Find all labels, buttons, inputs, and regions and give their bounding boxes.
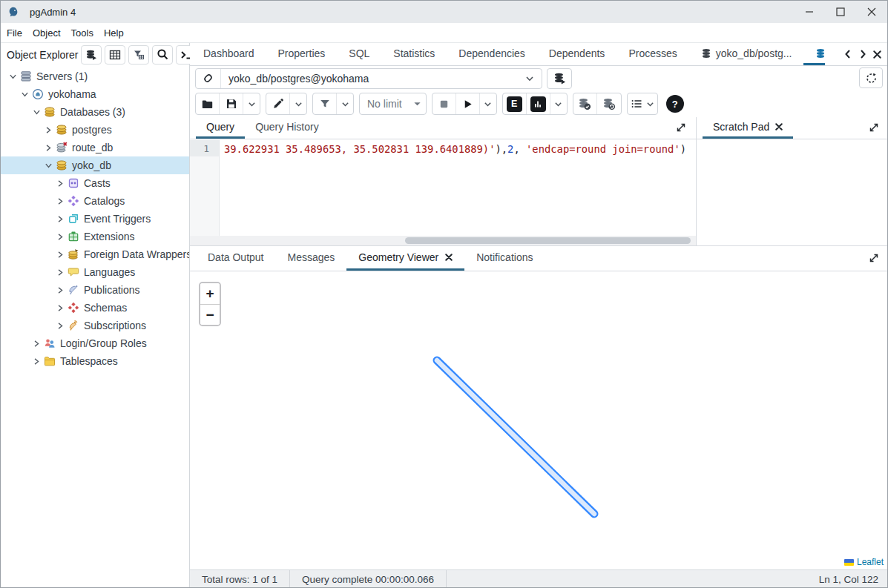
scratch-pad-textarea[interactable] bbox=[697, 139, 888, 245]
tab-properties[interactable]: Properties bbox=[266, 43, 338, 65]
connection-select[interactable]: yoko_db/postgres@yokohama bbox=[195, 68, 542, 89]
tree-item-casts[interactable]: Casts bbox=[1, 174, 189, 192]
open-file-button[interactable] bbox=[196, 93, 220, 114]
save-options-chevron[interactable] bbox=[243, 93, 260, 114]
chevron-right-icon[interactable] bbox=[56, 321, 65, 331]
scroll-tabs-left-icon[interactable] bbox=[842, 48, 854, 60]
tab-scratch-pad[interactable]: Scratch Pad bbox=[703, 117, 793, 139]
tab-geometry-viewer[interactable]: Geometry Viewer bbox=[346, 246, 464, 271]
tree-item-route-db[interactable]: route_db bbox=[1, 139, 189, 156]
edit-options-chevron[interactable] bbox=[290, 93, 306, 114]
tree-item-yokohama[interactable]: yokohama bbox=[1, 85, 189, 103]
tree-item-schemas[interactable]: Schemas bbox=[1, 299, 189, 317]
chevron-right-icon[interactable] bbox=[56, 214, 65, 224]
tab-query-tool-1[interactable]: yoko_db/postg... bbox=[689, 43, 804, 65]
explain-options-chevron[interactable] bbox=[550, 93, 567, 114]
menu-file[interactable]: File bbox=[7, 27, 22, 39]
row-limit-caret-icon[interactable] bbox=[410, 93, 426, 114]
tree-item-login-group-roles[interactable]: Login/Group Roles bbox=[1, 334, 189, 352]
tab-messages[interactable]: Messages bbox=[276, 246, 347, 271]
tab-statistics[interactable]: Statistics bbox=[381, 43, 447, 65]
expand-query-panel-icon[interactable] bbox=[675, 122, 687, 133]
close-scratch-pad-icon[interactable] bbox=[775, 123, 783, 131]
menu-help[interactable]: Help bbox=[104, 27, 124, 39]
zoom-in-button[interactable]: + bbox=[200, 283, 220, 304]
close-tab-icon[interactable] bbox=[872, 49, 883, 60]
scrollbar-thumb[interactable] bbox=[405, 237, 691, 244]
tab-notifications[interactable]: Notifications bbox=[464, 246, 545, 271]
execute-options-chevron[interactable] bbox=[480, 93, 496, 114]
tree-item-servers[interactable]: Servers (1) bbox=[1, 67, 189, 85]
cancel-query-button[interactable] bbox=[433, 93, 456, 114]
tree-item-postgres[interactable]: postgres bbox=[1, 121, 189, 139]
tab-data-output[interactable]: Data Output bbox=[196, 246, 276, 271]
tree-item-event-triggers[interactable]: Event Triggers bbox=[1, 210, 189, 228]
menu-object[interactable]: Object bbox=[33, 27, 61, 39]
geometry-viewer-map[interactable]: + − Leaflet bbox=[190, 272, 888, 570]
help-button[interactable]: ? bbox=[663, 93, 687, 115]
chevron-down-icon[interactable] bbox=[20, 90, 30, 99]
expand-scratch-pad-icon[interactable] bbox=[868, 122, 880, 133]
row-limit-select[interactable]: No limit bbox=[360, 93, 410, 114]
close-window-button[interactable] bbox=[856, 1, 887, 23]
output-panel: Data Output Messages Geometry Viewer Not… bbox=[190, 245, 888, 569]
chevron-right-icon[interactable] bbox=[56, 268, 65, 277]
chevron-right-icon[interactable] bbox=[32, 339, 42, 348]
tree-item-yoko-db[interactable]: yoko_db bbox=[1, 156, 189, 174]
tree-item-subscriptions[interactable]: Subscriptions bbox=[1, 317, 189, 334]
tree-item-foreign-data-wrappers[interactable]: Foreign Data Wrappers bbox=[1, 245, 189, 263]
tree-item-languages[interactable]: Languages bbox=[1, 263, 189, 281]
filter-options-chevron[interactable] bbox=[337, 93, 353, 114]
leaflet-link[interactable]: Leaflet bbox=[857, 557, 884, 567]
chevron-right-icon[interactable] bbox=[56, 232, 65, 242]
chevron-right-icon[interactable] bbox=[32, 357, 42, 366]
chevron-down-icon[interactable] bbox=[44, 161, 53, 171]
tab-query[interactable]: Query bbox=[196, 117, 245, 139]
filtered-rows-button[interactable] bbox=[128, 45, 149, 65]
explain-analyze-button[interactable] bbox=[527, 93, 550, 114]
minimize-button[interactable] bbox=[794, 1, 825, 23]
tab-dependents[interactable]: Dependents bbox=[537, 43, 617, 65]
tree-item-tablespaces[interactable]: Tablespaces bbox=[1, 352, 189, 370]
maximize-button[interactable] bbox=[825, 1, 856, 23]
chevron-down-icon[interactable] bbox=[8, 72, 18, 82]
macros-button[interactable] bbox=[628, 93, 657, 114]
chevron-right-icon[interactable] bbox=[44, 125, 53, 135]
editor-horizontal-scrollbar[interactable] bbox=[190, 236, 696, 245]
scroll-tabs-right-icon[interactable] bbox=[857, 48, 869, 60]
tree-item-catalogs[interactable]: Catalogs bbox=[1, 192, 189, 210]
tree-item-publications[interactable]: Publications bbox=[1, 281, 189, 299]
tree-item-databases[interactable]: Databases (3) bbox=[1, 103, 189, 121]
search-objects-button[interactable] bbox=[152, 45, 173, 65]
chevron-right-icon[interactable] bbox=[56, 285, 65, 295]
close-geometry-viewer-icon[interactable] bbox=[445, 254, 453, 261]
chevron-right-icon[interactable] bbox=[44, 143, 53, 153]
filter-button[interactable] bbox=[313, 93, 337, 114]
view-data-button[interactable] bbox=[105, 45, 125, 65]
tab-sql[interactable]: SQL bbox=[337, 43, 381, 65]
chevron-down-icon[interactable] bbox=[32, 108, 42, 117]
chevron-right-icon[interactable] bbox=[56, 196, 65, 206]
sql-code-area[interactable]: 39.622931 35.489653, 35.502831 139.64018… bbox=[220, 140, 696, 236]
zoom-out-button[interactable]: − bbox=[200, 304, 220, 325]
chevron-right-icon[interactable] bbox=[56, 179, 65, 188]
edit-button[interactable] bbox=[266, 93, 290, 114]
tab-processes[interactable]: Processes bbox=[616, 43, 688, 65]
tab-dependencies[interactable]: Dependencies bbox=[447, 43, 537, 65]
menu-tools[interactable]: Tools bbox=[71, 27, 93, 39]
rollback-button[interactable] bbox=[597, 93, 621, 114]
save-file-button[interactable] bbox=[220, 93, 243, 114]
new-connection-button[interactable] bbox=[547, 68, 572, 89]
explain-button[interactable]: E bbox=[503, 93, 527, 114]
tab-query-history[interactable]: Query History bbox=[245, 117, 329, 139]
expand-output-panel-icon[interactable] bbox=[868, 252, 880, 264]
sql-editor[interactable]: 1 39.622931 35.489653, 35.502831 139.640… bbox=[190, 140, 696, 236]
chevron-right-icon[interactable] bbox=[56, 303, 65, 313]
commit-button[interactable] bbox=[573, 93, 597, 114]
tree-item-extensions[interactable]: Extensions bbox=[1, 228, 189, 245]
tab-dashboard[interactable]: Dashboard bbox=[191, 43, 266, 65]
connect-server-button[interactable] bbox=[81, 45, 102, 65]
execute-query-button[interactable] bbox=[456, 93, 480, 114]
chevron-right-icon[interactable] bbox=[56, 250, 65, 260]
refresh-button[interactable] bbox=[859, 67, 883, 88]
